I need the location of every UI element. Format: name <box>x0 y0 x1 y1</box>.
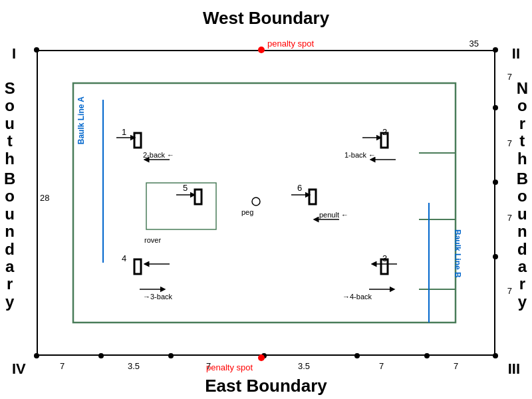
right-dim-7-1: 7 <box>507 72 512 82</box>
svg-text:5: 5 <box>183 183 188 193</box>
baulk-line-b-label: Baulk Line B <box>453 229 462 278</box>
bottom-penalty-label: penalty spot <box>206 362 253 372</box>
svg-point-9 <box>252 198 260 205</box>
right-dim-7-2: 7 <box>507 138 512 148</box>
svg-rect-7 <box>195 190 201 204</box>
svg-text:rover: rover <box>144 236 161 244</box>
west-boundary-label: West Boundary <box>203 8 329 29</box>
svg-text:2-back ←: 2-back ← <box>143 151 174 159</box>
bottom-dim-7-1: 7 <box>60 361 65 371</box>
corner-III-label: III <box>508 360 520 378</box>
svg-rect-0 <box>73 83 456 323</box>
diagram-container: West Boundary East Boundary S o u t h B … <box>0 0 532 399</box>
right-dim-7-3: 7 <box>507 213 512 223</box>
corner-II-label: II <box>512 45 520 63</box>
svg-text:1: 1 <box>122 127 126 137</box>
svg-text:→4-back: →4-back <box>342 293 372 301</box>
east-boundary-label: East Boundary <box>205 376 327 396</box>
right-dim-7-4: 7 <box>507 286 512 296</box>
svg-rect-3 <box>134 133 141 148</box>
top-penalty-label: penalty spot <box>267 39 314 49</box>
bottom-dim-35-2: 3.5 <box>298 361 310 371</box>
svg-text:3: 3 <box>382 253 387 263</box>
svg-rect-2 <box>146 183 216 229</box>
baulk-line-a-label: Baulk Line A <box>76 96 86 144</box>
svg-text:1-back ←: 1-back ← <box>344 151 376 159</box>
svg-text:2: 2 <box>382 127 387 137</box>
svg-text:peg: peg <box>241 208 253 216</box>
bottom-dim-35-1: 3.5 <box>128 361 140 371</box>
svg-rect-6 <box>134 259 141 274</box>
north-boundary-label: N o r t h B o u n d a r y <box>517 80 528 311</box>
svg-rect-8 <box>309 190 316 204</box>
corner-IV-label: IV <box>12 360 26 378</box>
court-svg: 1 2 3 4 5 6 2-back ← 1-back ← →3-back →4… <box>37 50 495 356</box>
bottom-dim-7-3: 7 <box>379 361 384 371</box>
top-dim-35: 35 <box>469 39 479 49</box>
south-boundary-label: S o u t h B o u n d a r y <box>4 80 15 311</box>
svg-text:4: 4 <box>122 253 126 263</box>
svg-text:6: 6 <box>297 183 302 193</box>
corner-I-label: I <box>12 45 16 63</box>
bottom-dim-7-4: 7 <box>454 361 458 371</box>
svg-text:→3-back: →3-back <box>143 293 173 301</box>
svg-text:penult ←: penult ← <box>319 211 348 219</box>
